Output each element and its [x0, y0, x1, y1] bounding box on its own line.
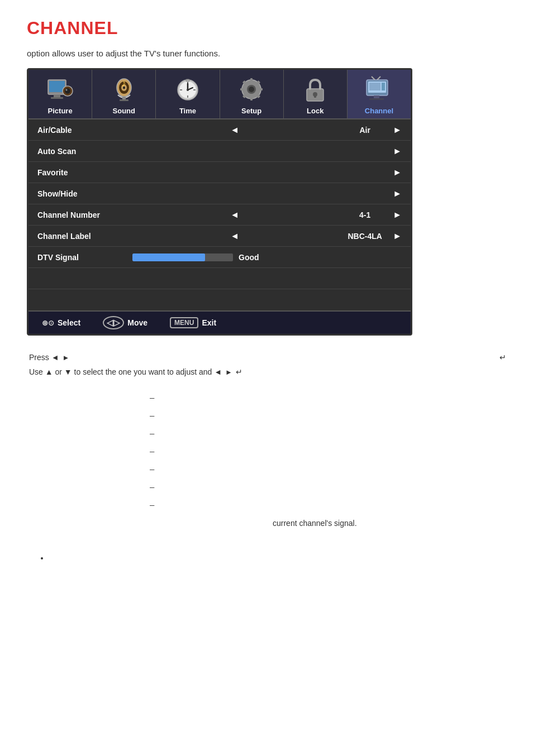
dash-3: – — [150, 425, 506, 442]
air-cable-label: Air/Cable — [37, 126, 132, 135]
channel-icon — [364, 74, 394, 104]
tab-lock[interactable]: Lock — [284, 70, 348, 118]
tab-sound[interactable]: ♪ Sound — [92, 70, 156, 118]
dtv-signal-bar-track — [132, 253, 233, 261]
channel-label-label: Channel Label — [37, 232, 132, 241]
page-title: CHANNEL — [27, 18, 506, 39]
menu-button-icon: MENU — [170, 317, 198, 328]
tab-lock-label: Lock — [307, 107, 323, 115]
bottom-bar-exit: MENU Exit — [170, 317, 216, 328]
menu-row-channel-number[interactable]: Channel Number ◄ 4-1 ► — [28, 204, 411, 226]
channel-number-left-arrow[interactable]: ◄ — [230, 210, 239, 220]
favorite-label: Favorite — [37, 168, 132, 177]
channel-label-right-arrow[interactable]: ► — [393, 231, 402, 241]
select-circle-icons: ⊛⊙ — [42, 319, 54, 327]
dtv-signal-bar-container: Good — [132, 253, 402, 262]
use-enter-symbol: ↵ — [236, 366, 242, 379]
bottom-bar-move: ◁▷ Move — [103, 316, 147, 329]
bullet-list — [49, 553, 506, 562]
channel-label-value: NBC-4LA — [337, 232, 393, 241]
svg-line-44 — [372, 76, 375, 80]
tab-channel-label: Channel — [365, 107, 393, 115]
svg-rect-12 — [120, 99, 129, 101]
svg-rect-3 — [51, 97, 63, 99]
auto-scan-label: Auto Scan — [37, 147, 132, 156]
tab-time[interactable]: Time — [156, 70, 220, 118]
svg-rect-43 — [369, 98, 384, 100]
channel-number-value: 4-1 — [337, 210, 393, 219]
air-cable-controls: ◄ — [132, 125, 337, 135]
tv-menu-box: Picture ♪ Sound — [27, 68, 412, 336]
menu-rows: Air/Cable ◄ Air ► Auto Scan ► Favorite ► — [28, 119, 411, 310]
svg-text:♪: ♪ — [121, 78, 126, 89]
dash-4: – — [150, 443, 506, 460]
menu-spacer-2 — [28, 289, 411, 310]
menu-row-auto-scan[interactable]: Auto Scan ► — [28, 141, 411, 162]
bullet-item-1 — [49, 553, 506, 562]
svg-rect-26 — [250, 78, 253, 82]
svg-rect-41 — [382, 83, 385, 90]
current-channel-text: current channel's signal. — [273, 515, 506, 531]
press-right-arrow: ► — [63, 352, 70, 364]
instructions: Press ◄ ► ↵ Use ▲ or ▼ to select the one… — [29, 351, 506, 379]
favorite-right-arrow[interactable]: ► — [393, 168, 402, 178]
dash-1: – — [150, 389, 506, 406]
channel-number-label: Channel Number — [37, 210, 132, 219]
press-line: Press ◄ ► ↵ — [29, 351, 506, 365]
channel-label-left-arrow[interactable]: ◄ — [230, 231, 239, 241]
svg-rect-28 — [240, 88, 244, 90]
sound-icon: ♪ — [109, 74, 139, 104]
menu-row-show-hide[interactable]: Show/Hide ► — [28, 183, 411, 204]
tab-sound-label: Sound — [113, 107, 135, 115]
channel-number-right-arrow[interactable]: ► — [393, 210, 402, 220]
bottom-bar: ⊛⊙ Select ◁▷ Move MENU Exit — [28, 310, 411, 334]
channel-label-controls: ◄ — [132, 231, 337, 241]
dash-7: – — [150, 496, 506, 513]
tab-picture-label: Picture — [48, 107, 73, 115]
air-cable-left-arrow[interactable]: ◄ — [230, 125, 239, 135]
tab-setup[interactable]: Setup — [220, 70, 284, 118]
tab-bar: Picture ♪ Sound — [28, 70, 411, 119]
move-label: Move — [127, 318, 147, 327]
menu-row-air-cable[interactable]: Air/Cable ◄ Air ► — [28, 119, 411, 141]
air-cable-value: Air — [337, 126, 393, 135]
use-line: Use ▲ or ▼ to select the one you want to… — [29, 366, 506, 379]
svg-point-5 — [65, 88, 70, 94]
dash-6: – — [150, 479, 506, 495]
show-hide-label: Show/Hide — [37, 189, 132, 198]
press-enter-symbol: ↵ — [499, 351, 506, 365]
svg-rect-27 — [250, 97, 253, 101]
dash-2: – — [150, 407, 506, 424]
move-arrows-icon: ◁▷ — [103, 316, 124, 329]
dash-5: – — [150, 461, 506, 477]
svg-rect-42 — [374, 95, 379, 98]
picture-icon — [45, 74, 75, 104]
bullet-section — [49, 553, 506, 562]
auto-scan-right-arrow[interactable]: ► — [393, 146, 402, 156]
time-icon — [173, 74, 203, 104]
select-label: Select — [58, 318, 80, 327]
channel-number-controls: ◄ — [132, 210, 337, 220]
svg-point-6 — [65, 89, 67, 91]
press-use-text: Press ◄ — [29, 351, 59, 365]
svg-rect-29 — [259, 88, 263, 90]
svg-rect-2 — [54, 94, 60, 97]
tab-picture[interactable]: Picture — [28, 70, 92, 118]
dtv-signal-label: DTV Signal — [37, 253, 132, 262]
setup-icon — [236, 74, 266, 104]
air-cable-right-arrow[interactable]: ► — [393, 125, 402, 135]
intro-text: option allows user to adjust the TV's tu… — [27, 49, 506, 58]
menu-row-channel-label[interactable]: Channel Label ◄ NBC-4LA ► — [28, 226, 411, 247]
svg-rect-23 — [186, 79, 189, 82]
tab-time-label: Time — [179, 107, 196, 115]
use-right-arrow: ► — [225, 366, 232, 379]
svg-rect-11 — [122, 97, 126, 99]
svg-point-22 — [187, 89, 189, 91]
svg-line-45 — [377, 76, 380, 80]
show-hide-right-arrow[interactable]: ► — [393, 189, 402, 199]
menu-row-favorite[interactable]: Favorite ► — [28, 162, 411, 183]
dashes-list: – – – – – – – current channel's signal. — [150, 389, 506, 531]
dtv-signal-bar-fill — [132, 253, 205, 261]
tab-channel[interactable]: Channel — [348, 70, 411, 118]
dtv-signal-value: Good — [239, 253, 259, 262]
